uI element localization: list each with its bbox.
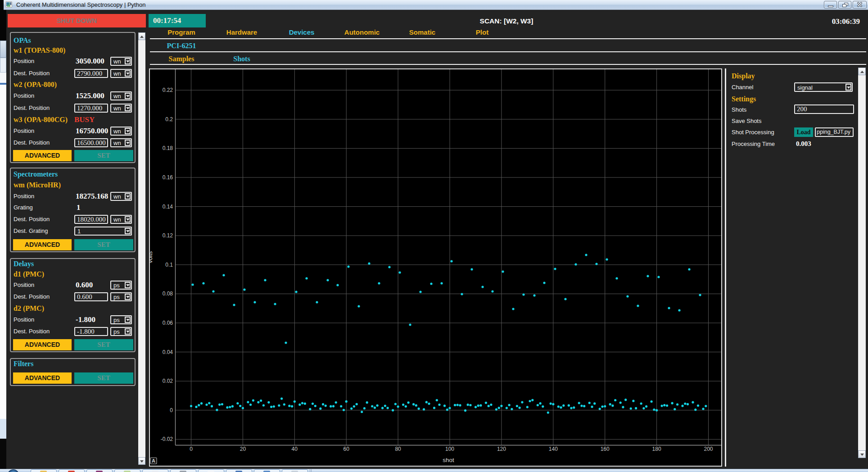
svg-text:0.16: 0.16 [163, 174, 173, 181]
svg-text:160: 160 [601, 446, 610, 452]
svg-text:100: 100 [445, 446, 454, 452]
svg-text:80: 80 [395, 446, 401, 452]
svg-text:volts: volts [149, 251, 154, 263]
svg-text:200: 200 [704, 446, 713, 452]
svg-text:0.1: 0.1 [165, 262, 173, 268]
svg-text:0.08: 0.08 [163, 290, 173, 297]
svg-text:0.2: 0.2 [165, 116, 173, 123]
svg-text:0.18: 0.18 [163, 145, 173, 151]
svg-text:0.14: 0.14 [163, 204, 173, 210]
svg-text:A: A [152, 458, 155, 463]
svg-text:0.06: 0.06 [163, 320, 173, 326]
svg-text:0.22: 0.22 [163, 87, 173, 93]
svg-text:140: 140 [549, 446, 558, 452]
svg-text:40: 40 [292, 446, 298, 452]
svg-text:0.12: 0.12 [163, 232, 173, 239]
svg-text:20: 20 [240, 446, 246, 452]
svg-text:-0.02: -0.02 [161, 436, 173, 442]
svg-text:0.02: 0.02 [163, 378, 173, 384]
svg-text:180: 180 [652, 446, 661, 452]
svg-text:0.04: 0.04 [163, 349, 173, 355]
svg-text:60: 60 [344, 446, 350, 452]
svg-text:0: 0 [170, 407, 173, 413]
svg-text:0: 0 [190, 446, 193, 452]
svg-text:shot: shot [443, 457, 454, 463]
svg-text:120: 120 [497, 446, 506, 452]
